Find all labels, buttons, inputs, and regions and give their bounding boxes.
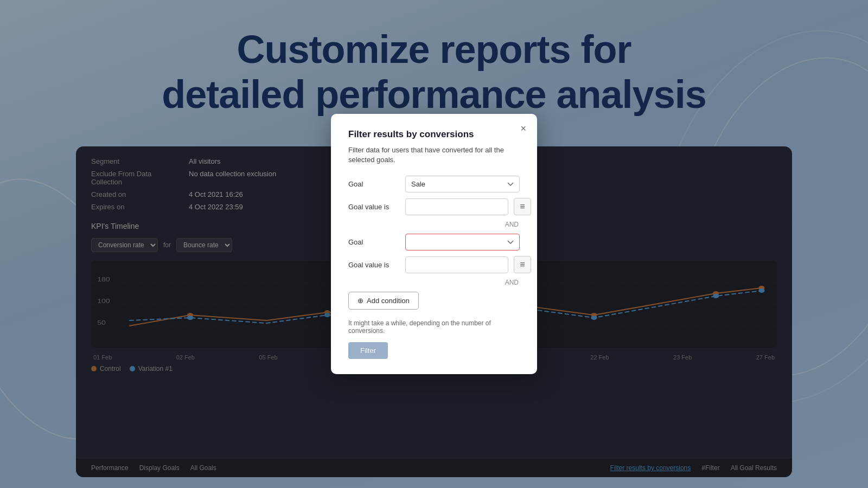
and-label-2: AND: [348, 279, 520, 286]
goal1-label: Goal: [348, 180, 400, 188]
goal1-row: Goal Sale: [348, 176, 520, 192]
goal2-label: Goal: [348, 238, 400, 246]
goal1-value-btn[interactable]: ≡: [514, 198, 531, 215]
goal2-value-row: Goal value is ≡: [348, 256, 520, 273]
goal2-value-label: Goal value is: [348, 261, 400, 269]
and-label-1: AND: [348, 221, 520, 228]
add-condition-button[interactable]: ⊕ Add condition: [348, 292, 419, 310]
goal1-select[interactable]: Sale: [405, 176, 520, 192]
modal-subtitle: Filter data for users that have converte…: [348, 145, 520, 165]
modal-overlay: × Filter results by conversions Filter d…: [0, 0, 868, 488]
filter-button[interactable]: Filter: [348, 342, 388, 359]
filter-modal: × Filter results by conversions Filter d…: [331, 114, 537, 374]
goal2-select[interactable]: [405, 234, 520, 251]
add-condition-plus-icon: ⊕: [358, 297, 363, 305]
goal1-value-input[interactable]: [405, 198, 508, 215]
add-condition-label: Add condition: [367, 297, 410, 305]
modal-close-button[interactable]: ×: [518, 121, 528, 136]
modal-hint: It might take a while, depending on the …: [348, 319, 520, 335]
goal1-value-row: Goal value is ≡: [348, 198, 520, 215]
modal-title: Filter results by conversions: [348, 129, 520, 140]
goal2-row: Goal: [348, 234, 520, 251]
goal2-value-btn[interactable]: ≡: [514, 256, 531, 273]
goal1-value-label: Goal value is: [348, 203, 400, 211]
goal2-value-input[interactable]: [405, 256, 508, 273]
